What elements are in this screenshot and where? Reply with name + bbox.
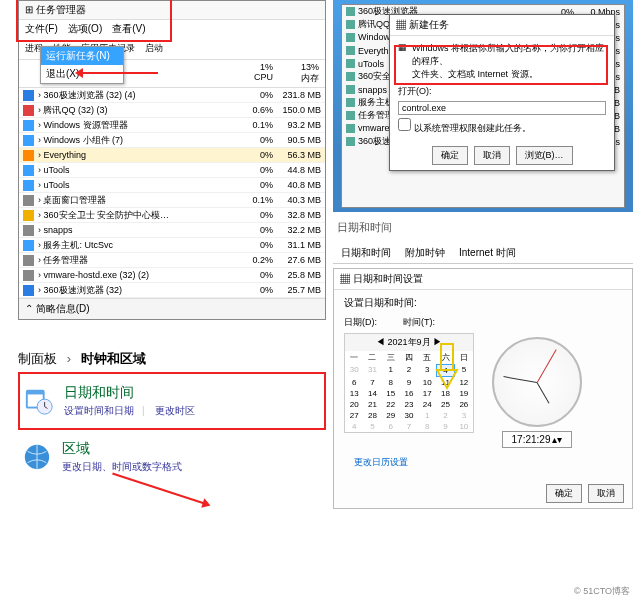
check-label: 以系统管理权限创建此任务。 bbox=[414, 123, 531, 133]
cal-day[interactable]: 9 bbox=[436, 421, 454, 432]
breadcrumb: 制面板 › 时钟和区域 bbox=[18, 346, 326, 372]
table-row[interactable]: › vmware-hostd.exe (32) (2)0%25.8 MB bbox=[19, 268, 325, 283]
red-arrow-annotation bbox=[78, 72, 158, 74]
dialog-title: ▦ 新建任务 bbox=[390, 15, 614, 36]
table-row[interactable]: › 360极速浏览器 (32) (4)0%231.8 MB bbox=[19, 88, 325, 103]
app-icon bbox=[23, 285, 34, 296]
cal-day[interactable]: 8 bbox=[418, 421, 436, 432]
tab-internet-time[interactable]: Internet 时间 bbox=[459, 246, 516, 260]
dt-ok-button[interactable]: 确定 bbox=[546, 484, 582, 503]
desktop-background: 360极速浏览器0%0 Mbps腾讯QQ (32位)0%0.1 MbpsWind… bbox=[333, 0, 633, 212]
app-icon bbox=[346, 33, 355, 42]
cal-day[interactable]: 23 bbox=[400, 399, 418, 410]
cal-day[interactable]: 20 bbox=[345, 399, 363, 410]
cal-day[interactable]: 9 bbox=[400, 377, 418, 388]
cal-day[interactable]: 13 bbox=[345, 388, 363, 399]
cal-day[interactable]: 27 bbox=[345, 410, 363, 421]
cal-day[interactable]: 25 bbox=[436, 399, 454, 410]
app-icon bbox=[346, 20, 355, 29]
run-input[interactable] bbox=[398, 101, 606, 115]
cp-datetime[interactable]: 日期和时间 设置时间和日期| 更改时区 bbox=[20, 374, 324, 428]
datetime-settings-window: ▦ 日期和时间设置 设置日期和时间: 日期(D): 时间(T): ◀ 2021年… bbox=[333, 268, 633, 509]
cal-day[interactable]: 5 bbox=[363, 421, 381, 432]
cp-region[interactable]: 区域 更改日期、时间或数字格式 bbox=[18, 430, 326, 484]
app-icon bbox=[23, 240, 34, 251]
app-icon bbox=[346, 72, 355, 81]
cal-prev[interactable]: ◀ bbox=[376, 337, 385, 347]
tab-datetime[interactable]: 日期和时间 bbox=[341, 246, 391, 260]
cal-day[interactable]: 22 bbox=[382, 399, 400, 410]
cal-day[interactable]: 30 bbox=[400, 410, 418, 421]
admin-checkbox[interactable] bbox=[398, 118, 411, 131]
cal-day[interactable]: 24 bbox=[418, 399, 436, 410]
cal-day[interactable]: 30 bbox=[345, 364, 363, 377]
table-row[interactable]: › 腾讯QQ (32) (3)0.6%150.0 MB bbox=[19, 103, 325, 118]
cal-day[interactable]: 15 bbox=[382, 388, 400, 399]
time-label: 时间(T): bbox=[403, 316, 435, 329]
table-row[interactable]: › 服务主机: UtcSvc0%31.1 MB bbox=[19, 238, 325, 253]
dt-window-title: ▦ 日期和时间设置 bbox=[334, 269, 632, 290]
table-row[interactable]: › Windows 小组件 (7)0%90.5 MB bbox=[19, 133, 325, 148]
cal-dow: 四 bbox=[400, 351, 418, 364]
menu-run-new-task[interactable]: 运行新任务(N) bbox=[41, 47, 123, 65]
cal-title: 2021年9月 bbox=[387, 337, 430, 347]
cal-day[interactable]: 29 bbox=[382, 410, 400, 421]
table-row[interactable]: › 桌面窗口管理器0.1%40.3 MB bbox=[19, 193, 325, 208]
app-icon bbox=[23, 195, 34, 206]
globe-icon bbox=[22, 442, 52, 472]
spinner-icon[interactable]: ▴▾ bbox=[552, 434, 562, 445]
cal-day[interactable]: 6 bbox=[382, 421, 400, 432]
date-label: 日期(D): bbox=[344, 316, 377, 329]
table-row[interactable]: › uTools0%40.8 MB bbox=[19, 178, 325, 193]
browse-button[interactable]: 浏览(B)… bbox=[516, 146, 573, 165]
breadcrumb-a[interactable]: 制面板 bbox=[18, 351, 57, 366]
app-icon bbox=[23, 165, 34, 176]
cal-day[interactable]: 3 bbox=[455, 410, 473, 421]
dt-tabs: 日期和时间 附加时钟 Internet 时间 bbox=[333, 243, 633, 264]
change-calendar-link[interactable]: 更改日历设置 bbox=[344, 452, 622, 473]
table-row[interactable]: › Windows 资源管理器0.1%93.2 MB bbox=[19, 118, 325, 133]
dt-cancel-button[interactable]: 取消 bbox=[588, 484, 624, 503]
time-input[interactable]: 17:21:29▴▾ bbox=[502, 431, 572, 448]
app-icon bbox=[346, 137, 355, 146]
cal-day[interactable]: 14 bbox=[363, 388, 381, 399]
table-row[interactable]: › 360安全卫士 安全防护中心模…0%32.8 MB bbox=[19, 208, 325, 223]
set-label: 设置日期和时间: bbox=[344, 296, 622, 310]
cal-day[interactable]: 21 bbox=[363, 399, 381, 410]
footer-link[interactable]: ⌃ 简略信息(D) bbox=[19, 298, 325, 319]
cal-day[interactable]: 1 bbox=[382, 364, 400, 377]
cal-day[interactable]: 2 bbox=[400, 364, 418, 377]
cp-dt-sub1[interactable]: 设置时间和日期 bbox=[64, 405, 134, 416]
cal-day[interactable]: 1 bbox=[418, 410, 436, 421]
app-icon bbox=[23, 135, 34, 146]
cal-dow: 二 bbox=[363, 351, 381, 364]
cal-day[interactable]: 4 bbox=[345, 421, 363, 432]
cp-dt-sub2[interactable]: 更改时区 bbox=[155, 405, 195, 416]
table-row[interactable]: › uTools0%44.8 MB bbox=[19, 163, 325, 178]
table-row[interactable]: › snapps0%32.2 MB bbox=[19, 223, 325, 238]
cal-day[interactable]: 7 bbox=[363, 377, 381, 388]
table-row[interactable]: › Everything0%56.3 MB bbox=[19, 148, 325, 163]
watermark: © 51CTO博客 bbox=[568, 583, 636, 600]
cal-day[interactable]: 2 bbox=[436, 410, 454, 421]
cal-day[interactable]: 16 bbox=[400, 388, 418, 399]
app-icon bbox=[23, 120, 34, 131]
cal-day[interactable]: 31 bbox=[363, 364, 381, 377]
cp-rg-sub1[interactable]: 更改日期、时间或数字格式 bbox=[62, 461, 182, 472]
cal-day[interactable]: 6 bbox=[345, 377, 363, 388]
cancel-button[interactable]: 取消 bbox=[474, 146, 510, 165]
tab-additional-clocks[interactable]: 附加时钟 bbox=[405, 246, 445, 260]
ok-button[interactable]: 确定 bbox=[432, 146, 468, 165]
cp-highlight: 日期和时间 设置时间和日期| 更改时区 bbox=[18, 372, 326, 430]
breadcrumb-b[interactable]: 时钟和区域 bbox=[81, 351, 146, 366]
run-dialog: ▦ 新建任务 ▦ Windows 将根据你所输入的名称，为你打开相应的程序、 文… bbox=[389, 14, 615, 171]
tab-startup[interactable]: 启动 bbox=[145, 42, 163, 55]
cal-day[interactable]: 10 bbox=[455, 421, 473, 432]
table-row[interactable]: › 任务管理器0.2%27.6 MB bbox=[19, 253, 325, 268]
table-row[interactable]: › 360极速浏览器 (32)0%25.7 MB bbox=[19, 283, 325, 298]
cal-day[interactable]: 8 bbox=[382, 377, 400, 388]
highlight-box-2 bbox=[394, 45, 608, 85]
cal-day[interactable]: 7 bbox=[400, 421, 418, 432]
cal-day[interactable]: 28 bbox=[363, 410, 381, 421]
cal-day[interactable]: 26 bbox=[455, 399, 473, 410]
